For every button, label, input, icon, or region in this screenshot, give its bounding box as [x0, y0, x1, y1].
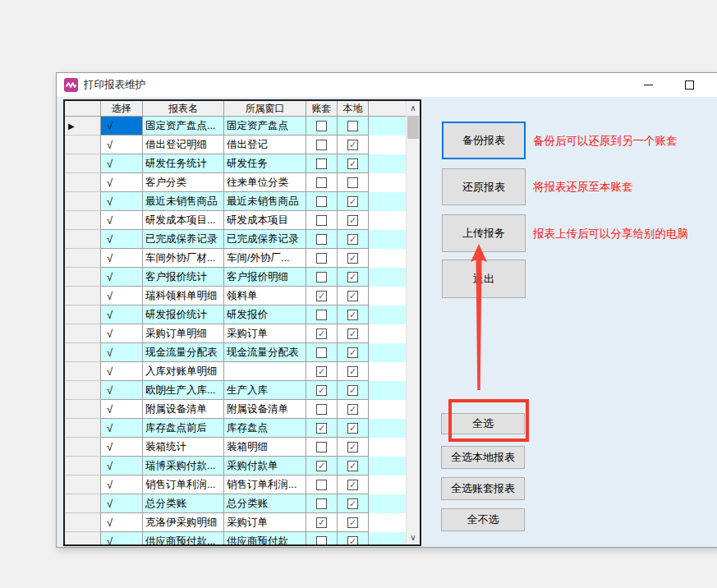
owner-window-cell[interactable]: 最近未销售商品 — [224, 192, 306, 211]
owner-window-cell[interactable]: 采购付款单 — [224, 457, 306, 475]
select-cell[interactable]: √ — [101, 381, 143, 400]
report-name-cell[interactable]: 总分类账 — [143, 494, 224, 513]
table-row[interactable]: √客户分类往来单位分类 — [65, 173, 406, 192]
row-header-cell[interactable] — [65, 211, 101, 230]
owner-window-cell[interactable]: 领料单 — [224, 287, 306, 305]
select-cell[interactable]: √ — [101, 192, 143, 211]
row-header-cell[interactable] — [65, 249, 101, 268]
table-row[interactable]: ▶√固定资产盘点...固定资产盘点 — [65, 117, 406, 136]
select-cell[interactable]: √ — [101, 287, 143, 305]
row-header-cell[interactable] — [65, 362, 101, 381]
report-name-cell[interactable]: 装箱统计 — [143, 438, 224, 457]
report-name-cell[interactable]: 瑞博采购付款... — [143, 457, 224, 475]
owner-window-cell[interactable]: 研发任务 — [224, 154, 306, 173]
select-cell[interactable]: √ — [101, 249, 143, 268]
report-name-cell[interactable]: 克洛伊采购明细 — [143, 513, 224, 532]
local-checkbox[interactable]: ✓ — [347, 423, 358, 434]
report-name-cell[interactable]: 已完成保养记录 — [143, 230, 224, 249]
owner-window-cell[interactable]: 供应商预付款 — [224, 532, 306, 544]
select-cell[interactable]: √ — [101, 532, 143, 544]
local-checkbox[interactable]: ✓ — [347, 234, 358, 245]
owner-window-cell[interactable] — [224, 362, 306, 381]
owner-window-cell[interactable]: 附属设备清单 — [224, 400, 306, 419]
report-name-cell[interactable]: 附属设备清单 — [143, 400, 224, 419]
maximize-button[interactable] — [673, 73, 706, 97]
select-cell[interactable]: √ — [101, 513, 143, 532]
select-cell[interactable]: √ — [101, 305, 143, 324]
select-cell[interactable]: √ — [101, 230, 143, 249]
row-header-cell[interactable] — [65, 305, 101, 324]
account-set-checkbox[interactable] — [316, 140, 327, 150]
account-set-checkbox[interactable]: ✓ — [316, 291, 327, 301]
row-header-cell[interactable]: ▶ — [65, 117, 101, 136]
select-cell[interactable]: √ — [101, 211, 143, 230]
report-name-cell[interactable]: 入库对账单明细 — [143, 362, 224, 381]
table-row[interactable]: √研发成本项目...研发成本项目✓ — [65, 211, 406, 230]
local-checkbox[interactable]: ✓ — [347, 158, 358, 169]
select-cell[interactable]: √ — [101, 154, 143, 173]
scroll-down-icon[interactable]: ∨ — [407, 531, 420, 544]
row-header-cell[interactable] — [65, 513, 101, 532]
report-name-cell[interactable]: 固定资产盘点... — [143, 117, 224, 136]
table-row[interactable]: √车间外协厂材...车间/外协厂...✓ — [65, 249, 406, 268]
table-row[interactable]: √供应商预付款...供应商预付款✓ — [65, 532, 406, 544]
select-none-button[interactable]: 全不选 — [441, 508, 525, 531]
owner-window-cell[interactable]: 现金流量分配表 — [224, 343, 306, 362]
select-cell[interactable]: √ — [101, 400, 143, 419]
row-header-cell[interactable] — [65, 343, 101, 362]
account-set-checkbox[interactable] — [316, 480, 327, 490]
select-cell[interactable]: √ — [101, 438, 143, 457]
report-name-cell[interactable]: 客户分类 — [143, 173, 224, 192]
table-row[interactable]: √欧朗生产入库...生产入库✓✓ — [65, 381, 406, 400]
row-header-cell[interactable] — [65, 532, 101, 544]
report-name-cell[interactable]: 客户报价统计 — [143, 268, 224, 287]
table-row[interactable]: √研发任务统计研发任务✓ — [65, 154, 406, 173]
owner-window-cell[interactable]: 采购订单 — [224, 324, 306, 343]
vertical-scrollbar[interactable]: ∧ ∨ — [406, 101, 420, 544]
row-header-cell[interactable] — [65, 438, 101, 457]
account-set-checkbox[interactable]: ✓ — [316, 423, 327, 434]
row-header-cell[interactable] — [65, 268, 101, 287]
column-header-row-indicator[interactable] — [65, 101, 101, 117]
table-row[interactable]: √最近未销售商品最近未销售商品✓ — [65, 192, 406, 211]
local-checkbox[interactable]: ✓ — [347, 536, 358, 545]
owner-window-cell[interactable]: 装箱明细 — [224, 438, 306, 457]
row-header-cell[interactable] — [65, 136, 101, 154]
select-cell[interactable]: √ — [101, 419, 143, 438]
report-name-cell[interactable]: 供应商预付款... — [143, 532, 224, 544]
report-name-cell[interactable]: 研发成本项目... — [143, 211, 224, 230]
table-row[interactable]: √克洛伊采购明细采购订单✓✓ — [65, 513, 406, 532]
select-cell[interactable]: √ — [101, 324, 143, 343]
select-cell[interactable]: √ — [101, 173, 143, 192]
local-checkbox[interactable]: ✓ — [347, 310, 358, 320]
report-name-cell[interactable]: 研发报价统计 — [143, 305, 224, 324]
owner-window-cell[interactable]: 借出登记 — [224, 136, 306, 154]
table-row[interactable]: √销售订单利润...销售订单利润...✓ — [65, 475, 406, 494]
select-cell[interactable]: √ — [101, 475, 143, 494]
account-set-checkbox[interactable]: ✓ — [316, 517, 327, 528]
table-row[interactable]: √现金流量分配表现金流量分配表✓ — [65, 343, 406, 362]
local-checkbox[interactable]: ✓ — [347, 328, 358, 339]
table-row[interactable]: √瑞博采购付款...采购付款单✓✓ — [65, 457, 406, 475]
column-header-report-name[interactable]: 报表名 — [143, 101, 224, 117]
owner-window-cell[interactable]: 已完成保养记录 — [224, 230, 306, 249]
owner-window-cell[interactable]: 生产入库 — [224, 381, 306, 400]
account-set-checkbox[interactable] — [316, 272, 327, 283]
local-checkbox[interactable] — [347, 121, 358, 131]
upload-report-button[interactable]: 上传报务 — [442, 214, 526, 252]
column-header-owner-window[interactable]: 所属窗口 — [224, 101, 306, 117]
local-checkbox[interactable]: ✓ — [347, 140, 358, 150]
row-header-cell[interactable] — [65, 230, 101, 249]
table-row[interactable]: √采购订单明细采购订单✓✓ — [65, 324, 406, 343]
row-header-cell[interactable] — [65, 419, 101, 438]
table-row[interactable]: √装箱统计装箱明细✓ — [65, 438, 406, 457]
account-set-checkbox[interactable]: ✓ — [316, 328, 327, 339]
local-checkbox[interactable]: ✓ — [347, 404, 358, 415]
report-name-cell[interactable]: 车间外协厂材... — [143, 249, 224, 268]
select-cell[interactable]: √ — [101, 362, 143, 381]
minimize-button[interactable] — [632, 73, 664, 97]
owner-window-cell[interactable]: 固定资产盘点 — [224, 117, 306, 136]
local-checkbox[interactable]: ✓ — [347, 385, 358, 396]
report-name-cell[interactable]: 借出登记明细 — [143, 136, 224, 154]
account-set-checkbox[interactable] — [316, 121, 327, 131]
